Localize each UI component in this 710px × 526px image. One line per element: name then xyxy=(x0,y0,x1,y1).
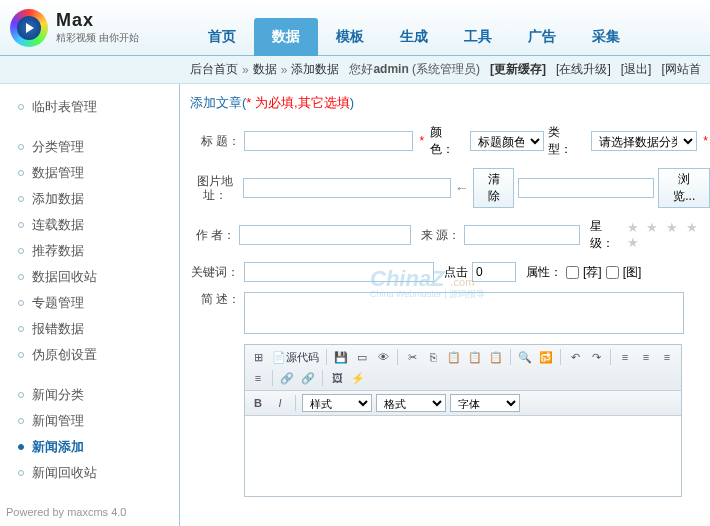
format-select[interactable]: 格式 xyxy=(376,394,446,412)
editor-toolbar: ⊞ 📄源代码 💾 ▭ 👁 ✂ ⎘ 📋 📋 📋 🔍 🔂 ↶ ↷ ≡ xyxy=(245,345,681,391)
breadcrumb-home[interactable]: 后台首页 xyxy=(190,61,238,78)
site-home-link[interactable]: [网站首 xyxy=(661,61,700,78)
undo-icon[interactable]: ↶ xyxy=(566,348,584,366)
chevron-right-icon: » xyxy=(281,63,288,77)
sidebar-item-新闻回收站[interactable]: 新闻回收站 xyxy=(18,460,179,486)
sidebar-item-label: 新闻分类 xyxy=(32,386,84,404)
source-code-button[interactable]: 📄源代码 xyxy=(270,350,321,365)
bullet-icon xyxy=(18,470,24,476)
topnav-工具[interactable]: 工具 xyxy=(446,18,510,56)
source-input[interactable] xyxy=(464,225,580,245)
breadcrumb-l1[interactable]: 数据 xyxy=(253,61,277,78)
replace-icon[interactable]: 🔂 xyxy=(537,348,555,366)
breadcrumb-l2[interactable]: 添加数据 xyxy=(291,61,339,78)
title-input[interactable] xyxy=(244,131,414,151)
align-justify-icon[interactable]: ≡ xyxy=(249,369,267,387)
sidebar-item-label: 新闻回收站 xyxy=(32,464,97,482)
image-icon[interactable]: 🖼 xyxy=(328,369,346,387)
align-center-icon[interactable]: ≡ xyxy=(637,348,655,366)
attr-recommend-checkbox[interactable] xyxy=(566,266,579,279)
bullet-icon xyxy=(18,352,24,358)
save-icon[interactable]: 💾 xyxy=(332,348,350,366)
sidebar-item-新闻分类[interactable]: 新闻分类 xyxy=(18,382,179,408)
label-keyword: 关键词： xyxy=(190,265,240,279)
sidebar-item-label: 数据管理 xyxy=(32,164,84,182)
star-rating[interactable]: ★ ★ ★ ★ ★ xyxy=(627,220,710,250)
bullet-icon xyxy=(18,222,24,228)
sidebar-item-label: 新闻管理 xyxy=(32,412,84,430)
preview-icon[interactable]: 👁 xyxy=(374,348,392,366)
topnav-模板[interactable]: 模板 xyxy=(318,18,382,56)
logo-icon xyxy=(10,9,48,47)
bullet-icon xyxy=(18,144,24,150)
keyword-input[interactable] xyxy=(244,262,434,282)
style-select[interactable]: 样式 xyxy=(302,394,372,412)
bullet-icon xyxy=(18,170,24,176)
sidebar-item-新闻添加[interactable]: 新闻添加 xyxy=(18,434,179,460)
bullet-icon xyxy=(18,300,24,306)
flash-icon[interactable]: ⚡ xyxy=(349,369,367,387)
upload-path-input[interactable] xyxy=(518,178,654,198)
link-icon[interactable]: 🔗 xyxy=(278,369,296,387)
sidebar-item-添加数据[interactable]: 添加数据 xyxy=(18,186,179,212)
topnav-采集[interactable]: 采集 xyxy=(574,18,638,56)
sidebar: 临时表管理分类管理数据管理添加数据连载数据推荐数据数据回收站专题管理报错数据伪原… xyxy=(0,84,180,526)
topnav-生成[interactable]: 生成 xyxy=(382,18,446,56)
logo: Max 精彩视频 由你开始 xyxy=(0,9,180,47)
paste-text-icon[interactable]: 📋 xyxy=(466,348,484,366)
new-page-icon[interactable]: ▭ xyxy=(353,348,371,366)
hit-input[interactable] xyxy=(472,262,516,282)
bold-icon[interactable]: B xyxy=(249,394,267,412)
sidebar-item-连载数据[interactable]: 连载数据 xyxy=(18,212,179,238)
sidebar-item-数据管理[interactable]: 数据管理 xyxy=(18,160,179,186)
bullet-icon xyxy=(18,444,24,450)
bullet-icon xyxy=(18,418,24,424)
title-color-select[interactable]: 标题颜色 xyxy=(470,131,544,151)
powered-by: Powered by maxcms 4.0 xyxy=(6,506,126,518)
sidebar-item-分类管理[interactable]: 分类管理 xyxy=(18,134,179,160)
align-left-icon[interactable]: ≡ xyxy=(616,348,634,366)
font-select[interactable]: 字体 xyxy=(450,394,520,412)
sidebar-item-临时表管理[interactable]: 临时表管理 xyxy=(18,94,179,120)
sidebar-item-推荐数据[interactable]: 推荐数据 xyxy=(18,238,179,264)
sidebar-item-专题管理[interactable]: 专题管理 xyxy=(18,290,179,316)
sidebar-item-伪原创设置[interactable]: 伪原创设置 xyxy=(18,342,179,368)
clear-button[interactable]: 清除 xyxy=(473,168,515,208)
category-select[interactable]: 请选择数据分类 xyxy=(591,131,697,151)
bullet-icon xyxy=(18,326,24,332)
rich-editor: ⊞ 📄源代码 💾 ▭ 👁 ✂ ⎘ 📋 📋 📋 🔍 🔂 ↶ ↷ ≡ xyxy=(244,344,682,497)
sidebar-item-新闻管理[interactable]: 新闻管理 xyxy=(18,408,179,434)
sidebar-item-label: 新闻添加 xyxy=(32,438,84,456)
attr-image-checkbox[interactable] xyxy=(606,266,619,279)
label-author: 作 者： xyxy=(190,228,235,242)
author-input[interactable] xyxy=(239,225,411,245)
redo-icon[interactable]: ↷ xyxy=(587,348,605,366)
browse-button[interactable]: 浏览... xyxy=(658,168,710,208)
sidebar-item-报错数据[interactable]: 报错数据 xyxy=(18,316,179,342)
upgrade-link[interactable]: [在线升级] xyxy=(556,61,611,78)
paste-icon[interactable]: 📋 xyxy=(445,348,463,366)
logo-text: Max xyxy=(56,10,139,31)
cut-icon[interactable]: ✂ xyxy=(403,348,421,366)
topnav-广告[interactable]: 广告 xyxy=(510,18,574,56)
topnav-数据[interactable]: 数据 xyxy=(254,18,318,56)
bullet-icon xyxy=(18,274,24,280)
bullet-icon xyxy=(18,248,24,254)
align-right-icon[interactable]: ≡ xyxy=(658,348,676,366)
editor-body[interactable] xyxy=(245,416,681,496)
italic-icon[interactable]: I xyxy=(271,394,289,412)
find-icon[interactable]: 🔍 xyxy=(516,348,534,366)
refresh-cache-link[interactable]: [更新缓存] xyxy=(490,61,546,78)
sidebar-item-label: 专题管理 xyxy=(32,294,84,312)
pic-url-input[interactable] xyxy=(243,178,450,198)
paste-word-icon[interactable]: 📋 xyxy=(487,348,505,366)
sidebar-item-label: 添加数据 xyxy=(32,190,84,208)
expand-icon[interactable]: ⊞ xyxy=(249,348,267,366)
copy-icon[interactable]: ⎘ xyxy=(424,348,442,366)
topnav-首页[interactable]: 首页 xyxy=(190,18,254,56)
unlink-icon[interactable]: 🔗 xyxy=(299,369,317,387)
description-textarea[interactable] xyxy=(244,292,684,334)
sidebar-item-数据回收站[interactable]: 数据回收站 xyxy=(18,264,179,290)
logout-link[interactable]: [退出] xyxy=(621,61,652,78)
bullet-icon xyxy=(18,104,24,110)
